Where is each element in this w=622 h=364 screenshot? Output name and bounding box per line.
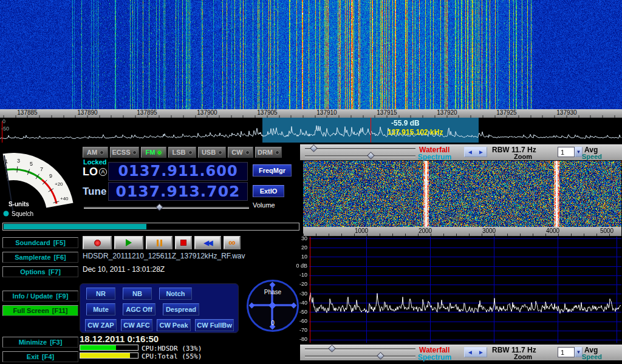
stop-icon [180, 240, 186, 246]
cw-peak-button[interactable]: CW Peak [157, 319, 191, 331]
button-hotkey: [F6] [54, 254, 66, 261]
pause-button[interactable] [146, 236, 173, 249]
db-axis-label: -80 [285, 336, 307, 342]
mode-button-cw[interactable]: CW [228, 147, 253, 158]
playback-position-fill [4, 224, 146, 229]
options-button[interactable]: Options[F7] [2, 266, 78, 277]
mode-button-drm[interactable]: DRM [255, 147, 282, 158]
right-arrow-icon[interactable]: ► [478, 149, 484, 155]
right-arrow-icon[interactable]: ► [478, 349, 484, 356]
db-axis-label: -40 [285, 300, 307, 306]
left-arrow-icon[interactable]: ◄ [467, 349, 473, 356]
info-update-button[interactable]: Info / Update[F9] [2, 291, 78, 302]
soundcard-button[interactable]: Soundcard[F5] [2, 237, 78, 248]
file-date: Dec 10, 2011 - 13:01:28Z [83, 265, 165, 274]
zoom-frequency-scale[interactable]: 1000 2000 3000 4000 5000 [303, 227, 621, 236]
mode-button-am[interactable]: AM [83, 147, 108, 158]
stop-button[interactable] [175, 236, 192, 249]
shift-arrows: ◄ ► [464, 347, 487, 357]
spectrum-tab[interactable]: Spectrum [418, 353, 451, 362]
led-icon [245, 150, 250, 155]
mode-label: FM [146, 149, 156, 156]
nb-button[interactable]: NB [123, 288, 152, 300]
db-axis-label: -60 [285, 318, 307, 324]
left-arrow-icon[interactable]: ◄ [467, 149, 473, 155]
lo-frequency-display[interactable]: 0137.911.600 [108, 162, 248, 181]
nr-button[interactable]: NR [86, 288, 115, 300]
button-hotkey: [F4] [42, 353, 54, 360]
led-icon [100, 150, 104, 155]
volume-slider[interactable] [84, 204, 249, 212]
zoom-waterfall-display[interactable] [303, 161, 621, 227]
s-meter-tick-label: +40 [60, 196, 69, 201]
samplerate-button[interactable]: Samplerate[F6] [2, 252, 78, 263]
speed-label: Speed [582, 153, 602, 160]
slider-thumb[interactable] [156, 203, 163, 211]
cw-zap-button[interactable]: CW ZAP [85, 319, 117, 331]
minimize-button[interactable]: Minimize[F3] [2, 337, 78, 348]
cpu-total-label: CPU:Total (55%) [142, 352, 202, 360]
mode-button-lsb[interactable]: LSB [168, 147, 196, 158]
notch-button[interactable]: Notch [159, 288, 192, 300]
db-axis-label: -10 [285, 272, 307, 278]
speed-label: Speed [582, 353, 602, 360]
frequency-scale[interactable]: 137885 137890 137895 137900 137905 13791… [0, 109, 622, 118]
cw-fullbw-button[interactable]: CW FullBw [195, 319, 234, 331]
mode-button-fm[interactable]: FM [141, 147, 166, 158]
loop-button[interactable]: ∞ [224, 236, 241, 249]
slider-thumb[interactable] [367, 152, 375, 160]
squelch-knob[interactable] [4, 211, 9, 217]
contrast-slider[interactable] [305, 155, 415, 157]
playback-position-slider[interactable] [2, 223, 299, 231]
button-label: Exit [27, 353, 39, 360]
rewind-icon: ◀◀ [204, 239, 212, 247]
zoom-spectrum-display[interactable] [309, 237, 621, 343]
mute-button[interactable]: Mute [86, 303, 115, 315]
button-label: Minimize [19, 339, 47, 346]
dsp-panel: NR NB Notch Mute AGC Off Despread CW ZAP… [80, 283, 239, 333]
db-readout: -55.9 dB [391, 119, 420, 127]
loop-icon: ∞ [228, 237, 235, 248]
despread-button[interactable]: Despread [163, 303, 199, 315]
brightness-slider[interactable] [305, 348, 415, 350]
phase-indicator: Phase 0 [247, 280, 299, 332]
exit-button[interactable]: Exit[F4] [2, 351, 78, 362]
mode-button-ecss[interactable]: ECSS [110, 147, 139, 158]
led-icon [157, 150, 162, 155]
rewind-button[interactable]: ◀◀ [194, 236, 221, 249]
cpu-hdsdr-meter [80, 345, 138, 351]
dsp-row-3: CW ZAP CW AFC CW Peak CW FullBw [85, 319, 234, 331]
zoom-label: Zoom [514, 353, 532, 360]
lo-auto-badge[interactable]: A [99, 168, 107, 176]
freqmgr-button[interactable]: FreqMgr [253, 164, 292, 177]
main-waterfall-display[interactable] [0, 0, 622, 109]
slider-thumb[interactable] [328, 345, 336, 352]
slider-thumb[interactable] [310, 144, 318, 152]
button-hotkey: [F11] [52, 307, 68, 314]
cpu-total-fill [80, 353, 130, 358]
mode-button-row: AM ECSS FM LSB USB CW DRM [83, 147, 282, 158]
mode-label: USB [202, 149, 216, 156]
mode-label: CW [231, 149, 242, 156]
contrast-slider[interactable] [305, 356, 415, 357]
dsp-row-1: NR NB Notch [86, 288, 192, 300]
mode-button-usb[interactable]: USB [198, 147, 226, 158]
cw-afc-button[interactable]: CW AFC [121, 319, 152, 331]
play-button[interactable] [114, 236, 143, 249]
brightness-slider[interactable] [305, 148, 415, 150]
led-icon [188, 150, 193, 155]
tune-frequency-display[interactable]: 0137.913.702 [108, 182, 248, 201]
agc-off-button[interactable]: AGC Off [123, 303, 156, 315]
avg-select[interactable]: 1 [558, 147, 575, 157]
button-label: Options [20, 268, 46, 275]
record-button[interactable] [83, 236, 112, 249]
slider-thumb[interactable] [377, 352, 384, 360]
fullscreen-button[interactable]: Full Screen[F11] [2, 305, 78, 316]
s-meter: 1 3 5 7 9 +20 +40 S-units Squelch [1, 146, 77, 220]
spectrum-tab[interactable]: Spectrum [418, 153, 451, 161]
extio-button[interactable]: ExtIO [253, 185, 284, 197]
db-axis-label: -50 [285, 309, 307, 315]
overview-spectrum-display[interactable] [0, 118, 622, 143]
db-axis-label: 0 dB [285, 263, 307, 269]
avg-select[interactable]: 1 [558, 347, 575, 357]
